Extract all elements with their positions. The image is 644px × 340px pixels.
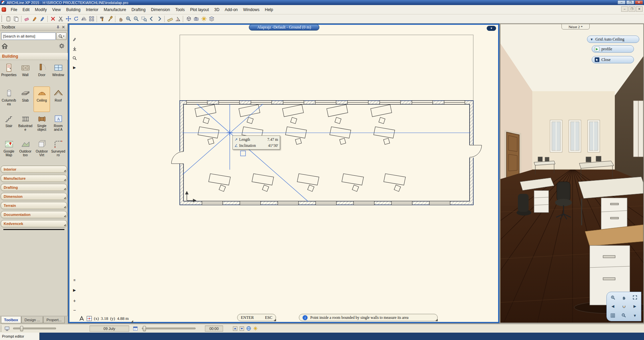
building-section-header[interactable]: Building [0,53,68,60]
tool-slab[interactable]: Slab [17,87,34,112]
tab-properties[interactable]: Propert... [43,317,64,323]
mdi-restore-icon[interactable]: ❐ [629,6,635,12]
category-kedvencek[interactable]: Kedvencek [1,220,67,227]
sun-icon[interactable] [200,15,208,23]
tool-stair[interactable]: Stair [1,112,17,137]
time-field[interactable]: 00:00 [205,326,223,332]
shadow-slider[interactable] [13,328,56,329]
menu-file[interactable]: File [8,6,20,14]
mdi-minimize-icon[interactable]: – [621,6,628,12]
rotate-icon[interactable] [72,15,80,23]
fullscreen-icon[interactable] [630,294,640,301]
zoom-window-icon[interactable] [140,15,148,23]
tab-toolbox[interactable]: Toolbox [1,317,21,323]
eraser-icon[interactable] [23,15,31,23]
menu-3d[interactable]: 3D [212,6,222,14]
cube-3d-icon[interactable] [184,15,192,23]
pan-hand-icon[interactable] [117,15,124,23]
menu-modify[interactable]: Modify [32,6,49,14]
angle-icon[interactable] [174,15,181,23]
measure-icon[interactable] [166,15,174,23]
category-documentation[interactable]: Documentation [1,211,67,218]
timeline-grip[interactable] [1,326,2,332]
step-down-icon[interactable] [238,325,245,332]
zoom-in-icon[interactable] [608,294,618,301]
zoom-in-icon[interactable] [124,15,132,23]
slider-handle[interactable] [20,326,23,331]
view-3d-window[interactable]: Nézet 2 * ▼ Grid Auto Ceiling ▶ profile … [500,24,644,323]
date-field[interactable]: 09 July [90,326,129,332]
menu-tools[interactable]: Tools [173,6,187,14]
menu-edit[interactable]: Edit [20,6,32,14]
menu-view[interactable]: View [49,6,63,14]
search-input[interactable] [1,33,56,40]
monitor-icon[interactable] [4,325,10,332]
zoom-out-icon[interactable] [619,311,629,319]
grab-hand-icon[interactable] [619,302,629,310]
tool-wall[interactable]: Wall [17,61,34,87]
enter-hint[interactable]: ENTER [241,315,254,320]
scissors-icon[interactable] [57,15,64,23]
menu-drafting[interactable]: Drafting [129,6,148,14]
home-icon[interactable] [1,43,9,51]
menu-building[interactable]: Building [63,6,83,14]
stylus-icon[interactable] [71,36,77,42]
zoom-minus-icon[interactable]: − [71,307,77,313]
paint-brush-icon[interactable] [106,15,114,23]
tool-door[interactable]: Door [34,61,50,87]
close-panel-icon[interactable]: ✕ [61,24,66,30]
expand-bottom-icon[interactable]: ▶ [71,287,77,293]
zoom-out-icon[interactable] [132,15,140,23]
floor-plan-canvas[interactable] [69,25,498,322]
plan-tab[interactable]: Alaprajz -Default - Ground (0 m) [249,24,319,31]
tool-outdoor-virtual[interactable]: Outdoor Virt [34,137,50,163]
camera-icon[interactable] [192,15,200,23]
tool-properties[interactable]: Properties [1,61,17,87]
tool-single-object[interactable]: Single object [34,112,50,137]
tab-design-center[interactable]: Design ... [21,317,43,323]
pin-icon[interactable] [55,24,61,30]
tool-balustrade[interactable]: Balustrade [17,112,34,137]
mirror-icon[interactable] [80,15,88,23]
tool-ceiling[interactable]: Ceiling [34,87,50,112]
view-menu-button[interactable]: ▼ [487,26,496,31]
list-options-icon[interactable]: ≡ [71,277,77,283]
chevron-down-icon[interactable]: ▼ [630,311,640,319]
slider-handle[interactable] [143,326,146,331]
pan-right-icon[interactable]: ▶ [630,302,640,310]
pan-left-icon[interactable]: ◀ [608,302,618,310]
snap-down-icon[interactable] [71,46,77,52]
delete-icon[interactable] [49,15,57,23]
next-view-icon[interactable] [155,15,163,23]
hammer-icon[interactable] [98,15,106,23]
pan-hand-icon[interactable] [619,294,629,301]
previous-view-icon[interactable] [148,15,155,23]
grid-auto-ceiling-button[interactable]: ▼ Grid Auto Ceiling [587,36,639,43]
profile-button[interactable]: ▶ profile [592,45,634,53]
pencil-icon[interactable] [38,15,46,23]
menu-interior[interactable]: Interior [83,6,101,14]
category-dimension[interactable]: Dimension [1,193,67,200]
tool-window[interactable]: Window [50,61,66,87]
expand-strip-icon[interactable]: ▶ [71,64,77,70]
menu-add-on[interactable]: Add-on [222,6,240,14]
plan-view-window[interactable]: Alaprajz -Default - Ground (0 m) ▼ ▶ ≡ ▶… [68,24,499,323]
tool-room-and-area[interactable]: ARoom and A [50,112,66,137]
pen-icon[interactable] [31,15,38,23]
menu-manufacture[interactable]: Manufacture [101,6,129,14]
menu-help[interactable]: Help [262,6,276,14]
tool-outdoor-tool[interactable]: Outdoor too [17,137,34,163]
tool-surveyed-road[interactable]: Surveyed ro [50,137,66,163]
time-slider[interactable] [142,328,196,329]
zoom-plus-icon[interactable]: + [71,298,77,304]
gear-icon[interactable] [59,43,66,51]
tracker-icon[interactable] [87,316,92,321]
menu-windows[interactable]: Windows [240,6,262,14]
close-3d-button[interactable]: Close [592,56,634,63]
move-icon[interactable] [64,15,72,23]
category-terrain[interactable]: Terrain [1,202,67,209]
paste-icon[interactable] [4,15,12,23]
sun-icon[interactable] [252,325,259,332]
toolbar-grip[interactable] [1,16,3,22]
category-manufacture[interactable]: Manufacture [1,175,67,182]
